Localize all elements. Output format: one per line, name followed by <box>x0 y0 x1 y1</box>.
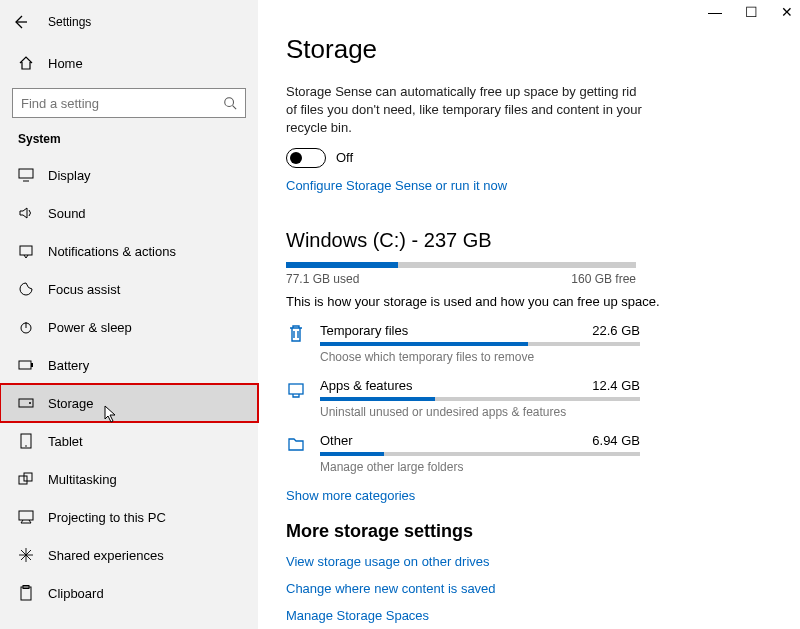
sidebar-item-label: Battery <box>48 358 89 373</box>
search-icon <box>223 96 237 110</box>
svg-rect-2 <box>20 246 32 255</box>
storage-spaces-link[interactable]: Manage Storage Spaces <box>286 608 772 623</box>
power-icon <box>18 319 34 335</box>
search-input[interactable] <box>12 88 246 118</box>
sidebar-item-power[interactable]: Power & sleep <box>0 308 258 346</box>
sidebar-item-label: Display <box>48 168 91 183</box>
category-apps-features[interactable]: Apps & features12.4 GB Uninstall unused … <box>286 378 772 419</box>
shared-icon <box>18 547 34 563</box>
svg-rect-11 <box>24 473 32 481</box>
more-settings-heading: More storage settings <box>286 521 772 542</box>
sidebar-item-storage[interactable]: Storage <box>0 384 258 422</box>
trash-icon <box>286 324 306 344</box>
sidebar-item-label: Multitasking <box>48 472 117 487</box>
battery-icon <box>18 359 34 371</box>
close-button[interactable]: ✕ <box>780 4 794 20</box>
svg-rect-1 <box>19 169 33 178</box>
svg-rect-5 <box>31 363 33 367</box>
clipboard-icon <box>18 585 34 601</box>
sidebar-item-multitasking[interactable]: Multitasking <box>0 460 258 498</box>
category-size: 6.94 GB <box>592 433 640 448</box>
sidebar: Settings Home System Display Sound <box>0 0 258 629</box>
svg-point-7 <box>29 402 31 404</box>
svg-rect-12 <box>19 511 33 520</box>
svg-rect-4 <box>19 361 31 369</box>
sidebar-item-label: Storage <box>48 396 94 411</box>
sidebar-item-label: Power & sleep <box>48 320 132 335</box>
storage-sense-toggle[interactable] <box>286 148 326 168</box>
sidebar-item-sound[interactable]: Sound <box>0 194 258 232</box>
sidebar-item-label: Projecting to this PC <box>48 510 166 525</box>
free-label: 160 GB free <box>571 272 636 286</box>
svg-point-9 <box>25 445 27 447</box>
sidebar-item-notifications[interactable]: Notifications & actions <box>0 232 258 270</box>
sidebar-item-label: Focus assist <box>48 282 120 297</box>
home-icon <box>18 55 34 71</box>
notifications-icon <box>18 244 34 258</box>
storage-icon <box>18 398 34 408</box>
sidebar-item-display[interactable]: Display <box>0 156 258 194</box>
back-arrow-icon[interactable] <box>10 12 30 32</box>
sidebar-item-focus[interactable]: Focus assist <box>0 270 258 308</box>
home-button[interactable]: Home <box>0 44 258 82</box>
highlight-box <box>0 383 259 423</box>
category-name: Apps & features <box>320 378 413 393</box>
other-drives-link[interactable]: View storage usage on other drives <box>286 554 772 569</box>
minimize-button[interactable]: — <box>708 4 722 20</box>
sidebar-item-label: Clipboard <box>48 586 104 601</box>
sidebar-item-label: Tablet <box>48 434 83 449</box>
usage-description: This is how your storage is used and how… <box>286 294 772 309</box>
sound-icon <box>18 206 34 220</box>
focus-icon <box>18 281 34 297</box>
nav-list: Display Sound Notifications & actions Fo… <box>0 156 258 612</box>
multitasking-icon <box>18 472 34 486</box>
folder-icon <box>286 434 306 454</box>
category-size: 22.6 GB <box>592 323 640 338</box>
sidebar-item-clipboard[interactable]: Clipboard <box>0 574 258 612</box>
page-title: Storage <box>286 34 772 65</box>
tablet-icon <box>18 433 34 449</box>
drive-title: Windows (C:) - 237 GB <box>286 229 772 252</box>
category-hint: Uninstall unused or undesired apps & fea… <box>320 405 772 419</box>
change-save-link[interactable]: Change where new content is saved <box>286 581 772 596</box>
svg-rect-10 <box>19 476 27 484</box>
sidebar-item-battery[interactable]: Battery <box>0 346 258 384</box>
toggle-state-label: Off <box>336 150 353 165</box>
category-temporary-files[interactable]: Temporary files22.6 GB Choose which temp… <box>286 323 772 364</box>
storage-sense-description: Storage Sense can automatically free up … <box>286 83 646 138</box>
configure-link[interactable]: Configure Storage Sense or run it now <box>286 178 507 193</box>
category-size: 12.4 GB <box>592 378 640 393</box>
apps-icon <box>286 379 306 399</box>
show-more-link[interactable]: Show more categories <box>286 488 415 503</box>
category-hint: Manage other large folders <box>320 460 772 474</box>
category-name: Temporary files <box>320 323 408 338</box>
projecting-icon <box>18 510 34 524</box>
section-label: System <box>0 128 258 156</box>
category-other[interactable]: Other6.94 GB Manage other large folders <box>286 433 772 474</box>
search-field[interactable] <box>21 96 223 111</box>
sidebar-item-projecting[interactable]: Projecting to this PC <box>0 498 258 536</box>
window-controls: — ☐ ✕ <box>708 4 794 20</box>
sidebar-item-shared[interactable]: Shared experiences <box>0 536 258 574</box>
sidebar-item-tablet[interactable]: Tablet <box>0 422 258 460</box>
main-content: Storage Storage Sense can automatically … <box>258 0 800 629</box>
home-label: Home <box>48 56 83 71</box>
svg-rect-15 <box>289 384 303 394</box>
used-label: 77.1 GB used <box>286 272 359 286</box>
sidebar-item-label: Shared experiences <box>48 548 164 563</box>
category-hint: Choose which temporary files to remove <box>320 350 772 364</box>
sidebar-item-label: Notifications & actions <box>48 244 176 259</box>
drive-usage-bar <box>286 262 636 268</box>
sidebar-item-label: Sound <box>48 206 86 221</box>
maximize-button[interactable]: ☐ <box>744 4 758 20</box>
category-name: Other <box>320 433 353 448</box>
svg-point-0 <box>225 98 234 107</box>
app-title: Settings <box>48 15 91 29</box>
display-icon <box>18 168 34 182</box>
